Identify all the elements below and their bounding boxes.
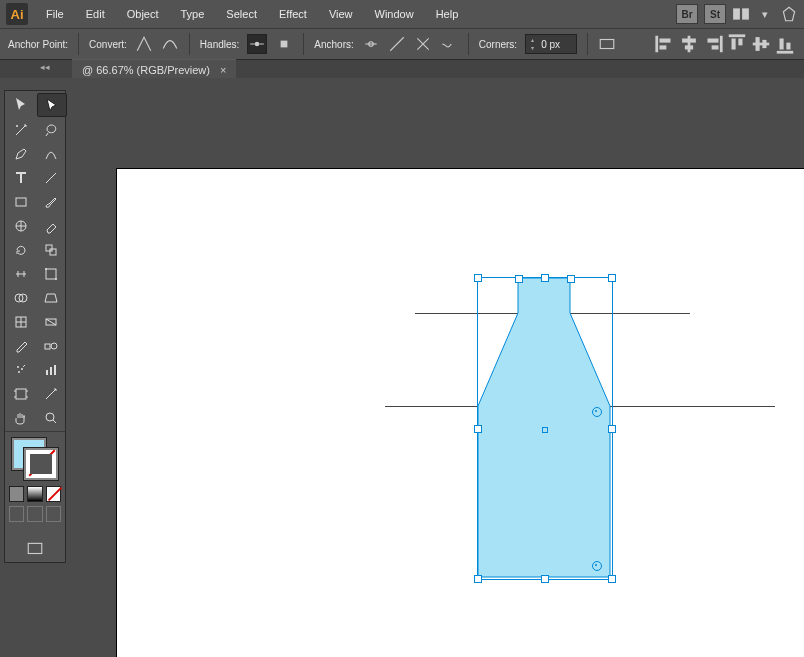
magic-wand-tool[interactable]: [7, 119, 35, 141]
stepper-up-icon[interactable]: ▴: [526, 36, 538, 44]
svg-point-2: [255, 42, 260, 47]
handles-hide-icon[interactable]: [275, 35, 293, 53]
svg-rect-40: [28, 543, 42, 553]
selection-handle[interactable]: [474, 425, 482, 433]
corners-value: 0 px: [538, 39, 576, 50]
perspective-grid-tool[interactable]: [37, 287, 65, 309]
corners-label: Corners:: [479, 39, 517, 50]
align-top-icon[interactable]: [726, 34, 748, 54]
live-corner-widget[interactable]: [592, 561, 602, 571]
handles-show-icon[interactable]: [247, 34, 267, 54]
arrange-documents-icon[interactable]: [732, 5, 750, 23]
free-transform-tool[interactable]: [37, 263, 65, 285]
bridge-button[interactable]: Br: [676, 4, 698, 24]
align-hcenter-icon[interactable]: [678, 34, 700, 54]
menu-help[interactable]: Help: [426, 4, 469, 24]
align-right-icon[interactable]: [702, 34, 724, 54]
artboard[interactable]: [116, 168, 804, 657]
curvature-tool[interactable]: [37, 143, 65, 165]
corners-input[interactable]: ▴▾ 0 px: [525, 34, 577, 54]
mesh-tool[interactable]: [7, 311, 35, 333]
menu-window[interactable]: Window: [365, 4, 424, 24]
bottle-shape[interactable]: [117, 169, 804, 657]
svg-point-34: [18, 371, 20, 373]
slice-tool[interactable]: [37, 383, 65, 405]
selection-handle[interactable]: [474, 575, 482, 583]
close-tab-icon[interactable]: ×: [220, 64, 226, 76]
selection-handle[interactable]: [474, 274, 482, 282]
add-anchor-icon[interactable]: [388, 35, 406, 53]
stock-button[interactable]: St: [704, 4, 726, 24]
align-left-icon[interactable]: [654, 34, 676, 54]
anchor-handle[interactable]: [567, 275, 575, 283]
gpu-preview-icon[interactable]: [780, 5, 798, 23]
panel-collapse-icon[interactable]: ◂◂: [40, 62, 50, 72]
align-vcenter-icon[interactable]: [750, 34, 772, 54]
draw-normal-icon[interactable]: [9, 506, 24, 522]
lasso-tool[interactable]: [37, 119, 65, 141]
svg-rect-23: [46, 269, 56, 279]
rotate-tool[interactable]: [7, 239, 35, 261]
menu-type[interactable]: Type: [171, 4, 215, 24]
menu-edit[interactable]: Edit: [76, 4, 115, 24]
remove-anchor-icon[interactable]: [362, 35, 380, 53]
pen-tool[interactable]: [7, 143, 35, 165]
zoom-tool[interactable]: [37, 407, 65, 429]
canvas-area[interactable]: [106, 168, 804, 657]
convert-smooth-icon[interactable]: [161, 35, 179, 53]
selection-handle[interactable]: [541, 274, 549, 282]
live-corner-widget[interactable]: [592, 407, 602, 417]
gradient-tool[interactable]: [37, 311, 65, 333]
svg-rect-35: [46, 370, 48, 375]
gradient-mode-icon[interactable]: [27, 486, 42, 502]
isolate-icon[interactable]: [598, 35, 616, 53]
column-graph-tool[interactable]: [37, 359, 65, 381]
dropdown-icon[interactable]: ▾: [756, 5, 774, 23]
stepper-down-icon[interactable]: ▾: [526, 44, 538, 52]
selection-handle[interactable]: [608, 575, 616, 583]
selection-handle[interactable]: [608, 425, 616, 433]
hand-tool[interactable]: [7, 407, 35, 429]
shape-builder-tool[interactable]: [7, 287, 35, 309]
cut-path-icon[interactable]: [440, 35, 458, 53]
draw-inside-icon[interactable]: [46, 506, 61, 522]
fill-stroke-swatch[interactable]: [12, 438, 58, 480]
svg-point-33: [21, 368, 23, 370]
menu-select[interactable]: Select: [216, 4, 267, 24]
anchor-point-label: Anchor Point:: [8, 39, 68, 50]
menu-view[interactable]: View: [319, 4, 363, 24]
eyedropper-tool[interactable]: [7, 335, 35, 357]
none-mode-icon[interactable]: [46, 486, 61, 502]
symbol-sprayer-tool[interactable]: [7, 359, 35, 381]
menu-file[interactable]: File: [36, 4, 74, 24]
svg-rect-21: [46, 245, 52, 251]
svg-rect-15: [762, 40, 766, 48]
blend-tool[interactable]: [37, 335, 65, 357]
scale-tool[interactable]: [37, 239, 65, 261]
align-bottom-icon[interactable]: [774, 34, 796, 54]
selection-tool[interactable]: [7, 93, 35, 115]
anchor-handle[interactable]: [515, 275, 523, 283]
stroke-color-swatch[interactable]: [24, 448, 58, 480]
rectangle-tool[interactable]: [7, 191, 35, 213]
width-tool[interactable]: [7, 263, 35, 285]
menu-effect[interactable]: Effect: [269, 4, 317, 24]
artboard-tool[interactable]: [7, 383, 35, 405]
eraser-tool[interactable]: [37, 215, 65, 237]
screen-mode-icon[interactable]: [26, 540, 44, 558]
connect-anchor-icon[interactable]: [414, 35, 432, 53]
selection-handle[interactable]: [608, 274, 616, 282]
draw-behind-icon[interactable]: [27, 506, 42, 522]
type-tool[interactable]: [7, 167, 35, 189]
document-tab[interactable]: @ 66.67% (RGB/Preview) ×: [72, 59, 236, 80]
shaper-tool[interactable]: [7, 215, 35, 237]
line-tool[interactable]: [37, 167, 65, 189]
direct-selection-tool[interactable]: [37, 93, 67, 117]
selection-handle[interactable]: [541, 575, 549, 583]
paintbrush-tool[interactable]: [37, 191, 65, 213]
control-bar: Anchor Point: Convert: Handles: Anchors:…: [0, 28, 804, 60]
menu-object[interactable]: Object: [117, 4, 169, 24]
convert-corner-icon[interactable]: [135, 35, 153, 53]
svg-rect-19: [16, 198, 26, 206]
color-mode-icon[interactable]: [9, 486, 24, 502]
